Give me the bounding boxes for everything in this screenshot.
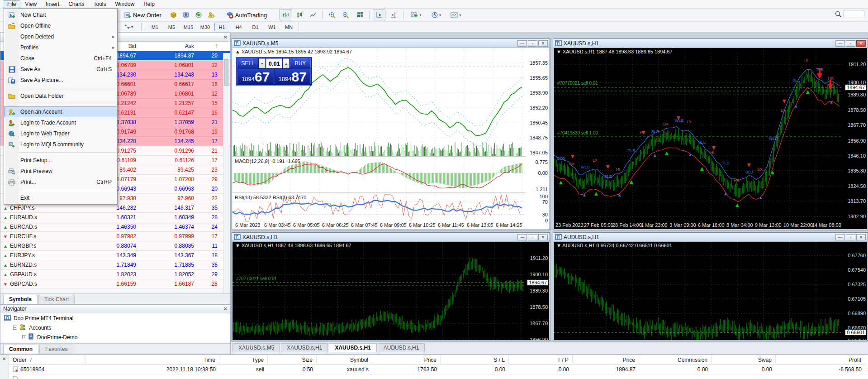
volume-input[interactable]: 0.01 <box>266 58 282 68</box>
file-menu-item-login-to-web-trader[interactable]: Login to Web Trader <box>4 128 117 139</box>
line-chart-button[interactable] <box>307 10 319 20</box>
expand-icon[interactable]: + <box>22 335 26 339</box>
market-watch-row[interactable]: ▼EURCHF.s0.979820.9799917 <box>0 232 230 241</box>
price-scale[interactable]: 1857.351855.651853.901852.201850.451848.… <box>525 48 549 229</box>
auto-scroll-button[interactable] <box>373 10 385 20</box>
chart-canvas-audusd[interactable]: ▼ AUDUSD.s,H1 0.66734 0.66742 0.66511 0.… <box>554 242 867 340</box>
chart-window-xauusd-h1-main[interactable]: XAUUSD.s,H1 —▫✕ BLBSXWLBLXBLEHITLBHRBLBS… <box>553 38 868 230</box>
menu-view[interactable]: View <box>20 0 41 8</box>
timeframe-d1[interactable]: D1 <box>248 23 263 31</box>
tile-windows-button[interactable] <box>354 10 366 20</box>
buy-price[interactable]: 189487 <box>275 69 311 84</box>
price-scale[interactable]: 0.677600.675400.673250.671050.668900.666… <box>842 242 867 340</box>
price-scale[interactable]: 1911.201900.101889.301878.501867.701856.… <box>842 48 867 229</box>
minimize-button[interactable]: — <box>517 234 527 240</box>
terminal-column-commission[interactable]: Commission <box>639 355 711 364</box>
candlestick-button[interactable] <box>293 10 306 20</box>
chart-canvas-h1[interactable]: BLBSXWLBLXBLEHITLBHRBLBSXWLBLXBLEHITLBHR… <box>554 48 867 229</box>
chart-tab-3[interactable]: AUDUSD.s,H1 <box>378 343 425 352</box>
new-order-button[interactable]: New Order <box>120 10 166 20</box>
bar-chart-button[interactable] <box>280 10 292 20</box>
indicators-dropdown[interactable]: ▾ <box>407 10 425 20</box>
file-menu-item-print[interactable]: Print...Ctrl+P <box>4 177 117 187</box>
file-menu-item-profiles[interactable]: Profiles▸ <box>4 42 117 53</box>
chart-window-xauusd-m5[interactable]: XAUUSD.s,M5 —▫✕ ▲ XAUUSD.s,M5 1894.15 18… <box>232 38 550 230</box>
file-menu-item-print-preview[interactable]: Print Preview <box>4 166 117 177</box>
column-spread[interactable]: ! <box>194 43 219 49</box>
market-watch-row[interactable]: ▼GBPCAD.s1.661591.6618728 <box>0 279 230 289</box>
market-button[interactable] <box>181 10 191 20</box>
time-scale[interactable]: 6 Mar 20236 Mar 03:456 Mar 05:056 Mar 06… <box>232 222 526 229</box>
close-button[interactable]: ✕ <box>538 234 548 240</box>
menu-help[interactable]: Help <box>139 0 159 8</box>
tab-favorites[interactable]: Favorites <box>39 345 73 354</box>
file-menu-item-exit[interactable]: Exit <box>4 192 117 203</box>
chart-titlebar[interactable]: AUDUSD.s,H1 —▫✕ <box>553 233 868 242</box>
close-button[interactable]: ✕ <box>538 40 548 47</box>
terminal-column-sl[interactable]: S / L <box>441 355 509 364</box>
file-menu-item-open-data-folder[interactable]: Open Data Folder <box>4 91 117 101</box>
chart-titlebar[interactable]: XAUUSD.s,M5 —▫✕ <box>232 39 550 48</box>
metaeditor-button[interactable] <box>168 10 178 20</box>
terminal-column-price[interactable]: Price <box>372 355 441 364</box>
zoom-in-button[interactable] <box>326 10 338 20</box>
menu-window[interactable]: Window <box>111 0 139 8</box>
file-menu-item-open-an-account[interactable]: Open an Account <box>4 106 117 117</box>
track-symbol-dropdown[interactable]: ▾ <box>120 22 137 31</box>
file-menu-item-save-as-picture[interactable]: Save As Picture... <box>4 75 117 86</box>
sell-price[interactable]: 189467 <box>237 69 274 84</box>
market-watch-scrollbar[interactable] <box>223 53 230 297</box>
timeframe-m1[interactable]: M1 <box>147 23 162 31</box>
chart-shift-button[interactable] <box>387 10 400 20</box>
close-icon[interactable]: ✕ <box>223 306 228 312</box>
column-ask[interactable]: Ask <box>136 43 194 49</box>
chart-tab-0[interactable]: XAUUSD.s,M5 <box>232 343 280 352</box>
timeframe-w1[interactable]: W1 <box>265 23 280 31</box>
terminal-column-profit[interactable]: Profit <box>776 355 865 364</box>
options-button[interactable] <box>206 10 216 20</box>
nav-item-dooprime-demo[interactable]: +DooPrime-Demo <box>0 332 230 342</box>
terminal-column-tp[interactable]: T / P <box>509 355 573 364</box>
file-menu-item-login-to-trade-account[interactable]: Login to Trade Account <box>4 117 117 128</box>
file-menu-item-open-offline[interactable]: Open Offline <box>4 20 117 31</box>
time-scale[interactable]: 23 Feb 202327 Feb 05:0028 Feb 14:001 Mar… <box>554 222 842 229</box>
market-watch-row[interactable]: ▲EURNZD.s1.718491.7188536 <box>0 260 230 270</box>
search-icon[interactable] <box>835 10 842 18</box>
buy-button[interactable]: BUY <box>290 58 311 68</box>
chart-canvas-h1-small[interactable]: ▼ XAUUSD.s,H1 1887.48 1898.63 1886.65 18… <box>232 242 549 340</box>
restore-button[interactable]: ▫ <box>846 234 855 240</box>
minimize-button[interactable]: — <box>835 40 845 47</box>
terminal-column-order[interactable]: Order / <box>9 355 86 364</box>
price-scale[interactable]: 1911.201900.101889.301878.501867.701856.… <box>525 242 549 340</box>
file-menu-item-save-as[interactable]: Save AsCtrl+S <box>4 64 117 75</box>
terminal-column-time[interactable]: Time <box>86 355 219 364</box>
market-watch-row[interactable]: ▲EURJPY.s143.349143.36718 <box>0 251 230 260</box>
file-menu-item-open-deleted[interactable]: Open Deleted▸ <box>4 31 117 42</box>
market-watch-row[interactable]: ▲GBPAUD.s1.820231.8205229 <box>0 270 230 279</box>
restore-button[interactable]: ▫ <box>846 40 855 47</box>
terminal-column-type[interactable]: Type <box>219 355 268 364</box>
periods-dropdown[interactable]: ▾ <box>427 10 445 20</box>
timeframe-m5[interactable]: M5 <box>164 23 179 31</box>
tab-symbols[interactable]: Symbols <box>3 295 38 304</box>
menu-tools[interactable]: Tools <box>89 0 111 8</box>
market-watch-row[interactable]: ▲EURCAD.s1.463501.4637424 <box>0 222 230 232</box>
close-button[interactable]: ✕ <box>856 234 866 240</box>
scrollbar-thumb[interactable] <box>224 59 229 86</box>
restore-button[interactable]: ▫ <box>528 40 537 47</box>
file-menu-item-new-chart[interactable]: New Chart <box>4 10 117 20</box>
volume-up-button[interactable]: ▲ <box>283 58 289 68</box>
minimize-button[interactable]: — <box>517 40 527 47</box>
order-row[interactable]: 650198042022.11.18 10:38:50sell0.50xauus… <box>9 365 868 374</box>
timeframe-m30[interactable]: M30 <box>198 23 213 31</box>
file-menu-item-print-setup[interactable]: Print Setup... <box>4 155 117 166</box>
zoom-out-button[interactable] <box>339 10 352 20</box>
menu-charts[interactable]: Charts <box>64 0 89 8</box>
templates-dropdown[interactable]: ▾ <box>447 10 465 20</box>
terminal-column-symbol[interactable]: Symbol <box>317 355 372 364</box>
market-watch-row[interactable]: ▲EURAUD.s1.603211.6034928 <box>0 213 230 222</box>
close-icon[interactable]: ✕ <box>223 34 228 40</box>
market-watch-row[interactable]: ▲CHFJPY.s146.282146.31735 <box>0 203 230 213</box>
symbol-search-input[interactable] <box>844 10 864 18</box>
chart-canvas-m5[interactable]: ▲ XAUUSD.s,M5 1894.15 1895.42 1893.92 18… <box>232 48 549 229</box>
